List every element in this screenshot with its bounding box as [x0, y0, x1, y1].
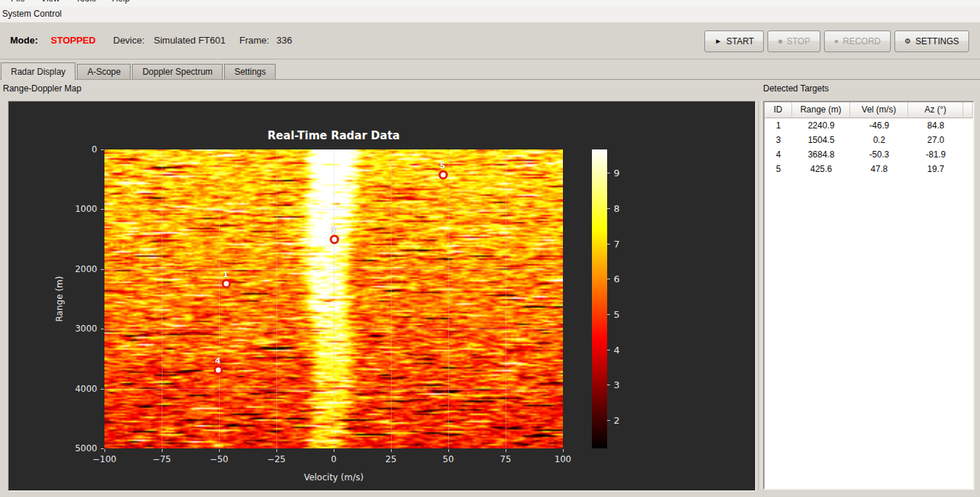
colorbar-tick-label: 4 [614, 344, 619, 355]
colorbar-tick-label: 7 [614, 238, 619, 249]
cell-range: 425.6 [792, 162, 850, 176]
range-doppler-heatmap [104, 149, 563, 448]
cell-vel: -50.3 [850, 147, 908, 162]
colorbar [592, 149, 607, 448]
tab-radar-display[interactable]: Radar Display [1, 62, 75, 80]
tab-pane-edge [0, 79, 980, 80]
detected-targets-caption: Detected Targets [763, 83, 829, 94]
x-tick-label: −75 [152, 454, 170, 464]
device-value: Simulated FT601 [154, 22, 226, 59]
target-marker-label-4: 4 [215, 356, 221, 366]
cell-vel: -46.9 [850, 118, 908, 133]
mode-label: Mode: [10, 22, 38, 59]
menu-item-view[interactable]: View [33, 0, 67, 6]
cell-az: 84.8 [908, 118, 963, 133]
system-control-group-header: System Control [0, 7, 980, 22]
plot-title: Real-Time Radar Data [268, 129, 400, 142]
table-body: 12240.9-46.984.831504.50.227.043684.8-50… [765, 118, 973, 176]
colorbar-tick-mark [607, 420, 610, 421]
record-button-label: RECORD [843, 36, 881, 46]
device-label: Device: [113, 22, 144, 59]
colorbar-tick-mark [607, 350, 610, 350]
x-tick-label: 100 [555, 454, 572, 464]
y-axis-label: Range (m) [54, 276, 65, 322]
x-tick-label: −100 [93, 454, 117, 464]
colorbar-tick-label: 2 [614, 415, 619, 426]
settings-button-label: SETTINGS [915, 36, 959, 46]
x-tick-mark [104, 449, 105, 452]
colorbar-tick-mark [607, 208, 610, 209]
menu-item-file[interactable]: File [3, 0, 33, 6]
column-header-az[interactable]: Az (°) [908, 102, 963, 118]
y-tick-mark [101, 269, 104, 270]
tab-bar: Radar DisplayA-ScopeDoppler SpectrumSett… [1, 62, 277, 79]
x-tick-mark [448, 449, 449, 452]
table-row[interactable]: 5425.647.819.7 [765, 162, 973, 176]
record-button[interactable]: ●RECORD [824, 30, 891, 52]
cell-id: 3 [765, 133, 792, 147]
x-tick-label: 50 [442, 454, 453, 464]
tab-settings[interactable]: Settings [224, 64, 276, 79]
cell-az: 19.7 [908, 162, 963, 176]
cell-id: 4 [765, 147, 792, 162]
mode-value: STOPPED [51, 22, 96, 59]
menu-item-help[interactable]: Help [104, 0, 138, 6]
table-row[interactable]: 31504.50.227.0 [765, 133, 973, 147]
table-header-row: IDRange (m)Vel (m/s)Az (°) [765, 102, 973, 118]
target-marker-3 [329, 234, 339, 244]
x-tick-mark [506, 449, 506, 452]
stop-button[interactable]: ■STOP [767, 30, 820, 52]
x-axis-label: Velocity (m/s) [304, 472, 363, 482]
column-header-id[interactable]: ID [765, 102, 792, 118]
stop-button-label: STOP [786, 36, 810, 46]
x-tick-label: −50 [210, 454, 228, 464]
colorbar-tick-label: 6 [614, 274, 619, 284]
range-doppler-map-caption: Range-Doppler Map [3, 83, 81, 94]
colorbar-tick-label: 3 [614, 379, 619, 390]
table-row[interactable]: 12240.9-46.984.8 [765, 118, 973, 133]
y-tick-label: 0 [91, 144, 97, 155]
colorbar-tick-label: 9 [614, 168, 619, 178]
column-header-range[interactable]: Range (m) [792, 102, 850, 118]
tab-doppler-spectrum[interactable]: Doppler Spectrum [132, 64, 223, 79]
cell-az: 27.0 [908, 133, 963, 147]
tab-a-scope[interactable]: A-Scope [77, 64, 131, 79]
start-button[interactable]: ►START [704, 30, 764, 52]
y-tick-mark [101, 448, 104, 449]
target-marker-1 [221, 279, 231, 288]
y-tick-label: 4000 [75, 384, 97, 394]
panel-splitter[interactable] [758, 101, 762, 490]
y-tick-mark [101, 389, 104, 390]
target-marker-5 [439, 171, 448, 180]
colorbar-tick-mark [607, 385, 610, 385]
start-button-label: START [726, 36, 754, 46]
settings-button[interactable]: ⚙SETTINGS [894, 30, 969, 52]
target-marker-label-1: 1 [223, 270, 228, 279]
target-marker-label-5: 5 [440, 161, 445, 171]
detected-targets-panel: IDRange (m)Vel (m/s)Az (°) 12240.9-46.98… [763, 101, 974, 490]
cell-vel: 47.8 [850, 162, 908, 176]
frame-label: Frame: [239, 22, 269, 59]
record-icon: ● [834, 38, 839, 45]
cell-id: 1 [765, 118, 792, 133]
table-row[interactable]: 43684.8-50.3-81.9 [765, 147, 973, 162]
y-tick-label: 5000 [75, 443, 97, 453]
x-tick-label: 0 [331, 454, 337, 464]
colorbar-tick-mark [607, 244, 610, 245]
cell-az: -81.9 [908, 147, 963, 162]
cell-range: 2240.9 [792, 118, 850, 133]
x-tick-label: 25 [385, 454, 396, 464]
frame-value: 336 [276, 22, 292, 59]
target-marker-4 [214, 365, 223, 374]
x-tick-label: −25 [267, 454, 285, 464]
column-header-vel[interactable]: Vel (m/s) [850, 102, 908, 118]
colorbar-tick-label: 5 [614, 308, 619, 319]
target-marker-label-3: 3 [331, 226, 337, 235]
cell-range: 1504.5 [792, 133, 850, 147]
x-tick-mark [391, 449, 392, 452]
y-tick-mark [101, 209, 104, 210]
menu-item-tools[interactable]: Tools [67, 0, 104, 6]
system-control-bar: Mode: STOPPED Device: Simulated FT601 Fr… [0, 22, 980, 59]
column-header-filler [963, 102, 973, 118]
system-control-label: System Control [0, 7, 62, 22]
